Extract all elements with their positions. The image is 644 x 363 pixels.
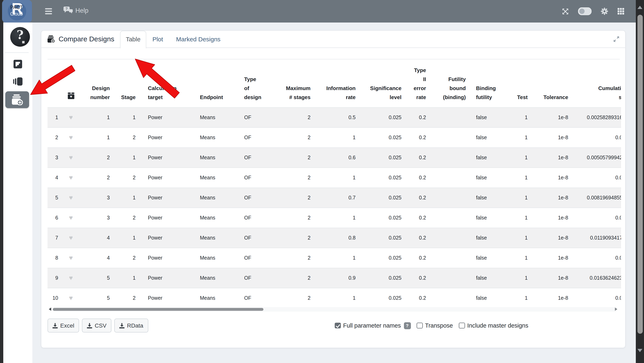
table-cell-significance-level: 0.025 (358, 248, 404, 268)
table-cell-tolerance: 1e-8 (530, 168, 570, 188)
column-header-binding-futility: Binding futility (468, 59, 506, 107)
table-cell-row-index: 9 (48, 268, 60, 288)
column-header-significance-level: Significance level (358, 59, 404, 107)
checkbox-box[interactable] (417, 323, 422, 329)
table-cell-futility-bound-binding (428, 248, 468, 268)
table-cell-binding-futility: false (468, 188, 506, 208)
help-badge-icon[interactable]: ? (404, 322, 411, 329)
table-cell-design-number: 3 (82, 208, 112, 228)
table-cell-design-number: 5 (82, 288, 112, 306)
vscroll-up-arrow-icon[interactable] (638, 6, 642, 9)
user-avatar[interactable]: ? (10, 27, 30, 47)
table-cell-row-index: 7 (48, 228, 60, 248)
column-header-information-rate: Information rate (312, 59, 358, 107)
table-cell-stage: 1 (112, 107, 138, 128)
export-buttons: Excel CSV RData (48, 319, 148, 333)
heart-icon[interactable]: ♥ (69, 134, 73, 141)
table-cell-stage: 2 (112, 248, 138, 268)
column-header-marked: ♥ (60, 59, 82, 107)
excel-export-button[interactable]: Excel (48, 319, 79, 333)
vertical-scrollbar[interactable] (636, 0, 644, 363)
hscroll-left-arrow-icon[interactable] (49, 308, 51, 311)
table-cell-endpoint: Means (191, 168, 237, 188)
checkbox-box[interactable] (459, 323, 465, 329)
table-row: 2 ♥ 12PowerMeansOF210.0250.2false11e-80.… (48, 128, 621, 148)
table-cell-futility-bound-binding (428, 288, 468, 306)
download-icon (87, 323, 92, 328)
table-row: 4 ♥ 22PowerMeansOF210.0250.2false11e-80.… (48, 168, 621, 188)
grid-apps-icon[interactable] (617, 8, 624, 15)
table-cell-calculation-target: Power (138, 107, 191, 128)
heart-icon[interactable]: ♥ (69, 154, 73, 161)
table-cell-type-of-design: OF (237, 268, 264, 288)
sidebar: ? (3, 22, 32, 363)
vscroll-down-arrow-icon[interactable] (638, 349, 642, 352)
table-row: 9 ♥ 51PowerMeansOF20.90.0250.2false11e-8… (48, 268, 621, 288)
checkbox-full-parameter-names[interactable]: Full parameter names ? (335, 319, 411, 333)
table-cell-binding-futility: false (468, 228, 506, 248)
hscroll-thumb[interactable] (53, 308, 264, 311)
table-cell-type-2-error-rate: 0.2 (404, 208, 428, 228)
tab-plot[interactable]: Plot (146, 31, 170, 47)
heart-icon[interactable]: ♥ (69, 114, 73, 121)
table-cell-type-of-design: OF (237, 288, 264, 306)
heart-icon[interactable]: ♥ (69, 174, 73, 181)
checkbox-label: Transpose (425, 322, 453, 329)
heart-icon[interactable]: ♥ (69, 214, 73, 221)
table-cell-cumulative-alpha-spending: 0.008196948559264006 (570, 188, 621, 208)
app-logo[interactable]: R PACT Cloud (2, 0, 32, 22)
table-cell-type-of-design: OF (237, 128, 264, 148)
table-cell-maximum-stages: 2 (264, 228, 312, 248)
table-cell-test: 1 (506, 107, 530, 128)
table-cell-type-of-design: OF (237, 148, 264, 168)
table-cell-maximum-stages: 2 (264, 148, 312, 168)
hamburger-menu-icon[interactable] (45, 8, 52, 14)
table-row: 7 ♥ 41PowerMeansOF20.80.0250.2false11e-8… (48, 228, 621, 248)
help-label: Help (76, 7, 88, 14)
table-cell-information-rate: 1 (312, 168, 358, 188)
column-header-calculation-target: Calculation target (138, 59, 191, 107)
heart-icon[interactable]: ♥ (69, 254, 73, 261)
top-navbar: ? Help (3, 0, 636, 22)
sidebar-item-cards[interactable] (3, 77, 32, 86)
table-cell-endpoint: Means (191, 228, 237, 248)
theme-toggle[interactable] (578, 7, 592, 15)
table-cell-cumulative-alpha-spending: 0.01636246236008376 (570, 268, 621, 288)
rdata-export-button[interactable]: RData (114, 319, 148, 333)
table-cell-significance-level: 0.025 (358, 107, 404, 128)
heart-icon[interactable]: ♥ (69, 194, 73, 201)
sidebar-item-compare-designs[interactable] (5, 91, 29, 108)
card-expand-button[interactable] (613, 36, 620, 44)
tab-marked-designs[interactable]: Marked Designs (170, 31, 226, 47)
checkbox-include-master-designs[interactable]: Include master designs (459, 319, 528, 333)
heart-icon[interactable]: ♥ (69, 234, 73, 241)
checkbox-box[interactable] (335, 323, 341, 329)
help-menu[interactable]: ? Help (64, 6, 88, 14)
flip-f-icon (14, 60, 22, 68)
table-cell-design-number: 2 (82, 148, 112, 168)
csv-export-button[interactable]: CSV (82, 319, 112, 333)
svg-text:?: ? (66, 7, 68, 11)
column-header-tolerance: Tolerance (530, 59, 570, 107)
vscroll-thumb[interactable] (637, 15, 642, 334)
table-cell-significance-level: 0.025 (358, 208, 404, 228)
table-cell-stage: 2 (112, 288, 138, 306)
page-title: Compare Designs (48, 31, 114, 47)
table-cell-type-of-design: OF (237, 188, 264, 208)
table-cell-type-of-design: OF (237, 168, 264, 188)
main-content: Compare Designs Table Plot Marked Design… (32, 22, 636, 363)
sidebar-item-designs[interactable] (3, 60, 32, 68)
fullscreen-icon[interactable] (562, 7, 569, 15)
tab-table[interactable]: Table (120, 31, 146, 48)
table-cell-endpoint: Means (191, 248, 237, 268)
heart-icon[interactable]: ♥ (69, 274, 73, 281)
download-icon (119, 323, 124, 328)
column-header-endpoint: Endpoint (191, 59, 237, 107)
heart-icon[interactable]: ♥ (69, 294, 73, 301)
checkbox-transpose[interactable]: Transpose (417, 319, 453, 333)
table-cell-significance-level: 0.025 (358, 128, 404, 148)
table-cell-stage: 2 (112, 128, 138, 148)
hscroll-right-arrow-icon[interactable] (615, 308, 617, 311)
table-cell-test: 1 (506, 208, 530, 228)
settings-sun-icon[interactable] (600, 7, 608, 15)
